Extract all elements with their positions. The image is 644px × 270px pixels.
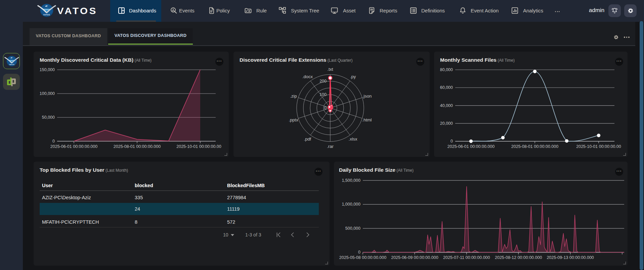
svg-text:2025-10-01 00:00:00.00: 2025-10-01 00:00:00.00	[176, 144, 221, 149]
svg-text:2025-05-08 00:00:00.000: 2025-05-08 00:00:00.000	[339, 255, 386, 260]
svg-text:0: 0	[52, 139, 55, 144]
svg-text:200: 200	[319, 79, 327, 84]
svg-text:1,500,000: 1,500,000	[342, 178, 360, 183]
svg-text:2025-09-13 00:00:00.000: 2025-09-13 00:00:00.000	[547, 255, 594, 260]
svg-text:500,000: 500,000	[345, 226, 360, 231]
svg-text:60,000: 60,000	[440, 85, 453, 90]
svg-text:150,000: 150,000	[40, 67, 55, 72]
svg-text:80,000: 80,000	[440, 67, 453, 72]
svg-text:.txt: .txt	[327, 67, 333, 72]
svg-text:100,000: 100,000	[40, 91, 55, 96]
svg-text:.xlsx: .xlsx	[349, 137, 358, 142]
svg-text:.docx: .docx	[302, 74, 313, 79]
svg-text:2025-06-01 00:00:00.000: 2025-06-01 00:00:00.000	[50, 144, 97, 149]
svg-text:40,000: 40,000	[440, 103, 453, 108]
svg-text:2025-07-11 00:00:00.000: 2025-07-11 00:00:00.000	[443, 255, 490, 260]
svg-text:VATOS: VATOS	[43, 14, 50, 16]
svg-text:2025-10-01 00:00:00.00: 2025-10-01 00:00:00.00	[576, 144, 621, 149]
svg-text:.pdf: .pdf	[304, 137, 311, 142]
svg-text:0: 0	[450, 139, 453, 144]
svg-text:2025-06-01 00:00:00.000: 2025-06-01 00:00:00.000	[447, 144, 495, 149]
svg-text:.zip: .zip	[290, 94, 297, 99]
svg-text:2025-08-12 00:00:00.000: 2025-08-12 00:00:00.000	[495, 255, 542, 260]
svg-text:VATOS: VATOS	[9, 64, 14, 65]
svg-text:100: 100	[319, 92, 327, 97]
svg-text:.py: .py	[350, 74, 356, 79]
svg-text:50,000: 50,000	[42, 115, 55, 120]
svg-text:20,000: 20,000	[440, 121, 453, 126]
svg-text:.rar: .rar	[327, 144, 334, 149]
svg-text:2025-06-09 00:00:00.000: 2025-06-09 00:00:00.000	[391, 255, 438, 260]
svg-text:.html: .html	[362, 117, 372, 122]
svg-text:0: 0	[324, 106, 327, 110]
svg-text:.json: .json	[362, 94, 372, 99]
svg-text:0: 0	[358, 250, 360, 255]
svg-text:2025-08-01 00:00:00.000: 2025-08-01 00:00:00.000	[114, 144, 161, 149]
svg-text:1,000,000: 1,000,000	[342, 202, 360, 207]
svg-text:.pptx: .pptx	[289, 117, 299, 122]
svg-text:2025-08-01 00:00:00.000: 2025-08-01 00:00:00.000	[511, 144, 558, 149]
